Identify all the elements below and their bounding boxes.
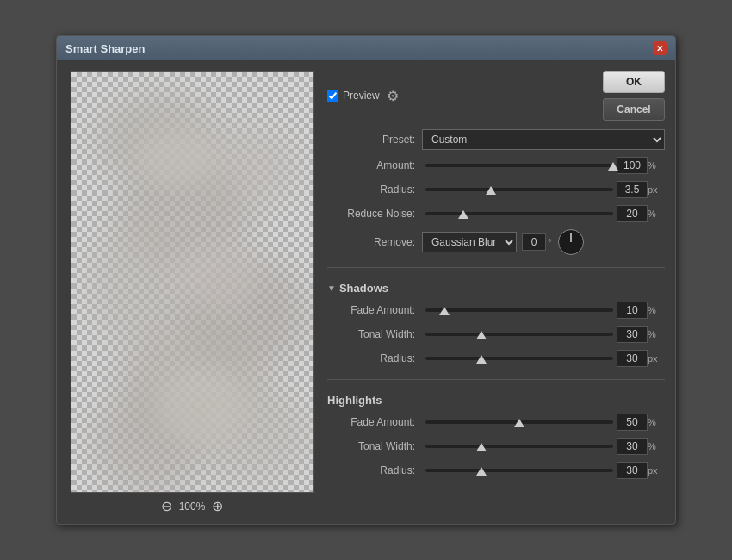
- zoom-bar: ⊖ 100% ⊕: [161, 500, 224, 513]
- shadows-radius-label: Radius:: [327, 352, 422, 364]
- highlights-radius-unit: px: [648, 465, 665, 476]
- highlights-radius-thumb[interactable]: [476, 467, 487, 476]
- shadows-tonal-thumb[interactable]: [476, 331, 487, 339]
- top-controls: Preview ⚙ OK Cancel: [327, 71, 665, 121]
- highlights-tonal-row: Tonal Width: %: [327, 438, 665, 455]
- svg-point-9: [175, 244, 261, 313]
- preview-row: Preview ⚙: [327, 88, 399, 104]
- shadows-arrow: ▼: [327, 283, 336, 293]
- highlights-radius-row: Radius: px: [327, 462, 665, 479]
- amount-slider[interactable]: [425, 164, 613, 167]
- shadows-radius-row: Radius: px: [327, 350, 665, 367]
- highlights-fade-slider[interactable]: [425, 420, 613, 424]
- reduce-noise-label: Reduce Noise:: [327, 208, 422, 220]
- preset-row: Preset: Custom Default Sharpen Edges: [327, 129, 665, 150]
- divider-2: [327, 379, 665, 380]
- highlights-tonal-label: Tonal Width:: [327, 440, 422, 452]
- smart-sharpen-dialog: Smart Sharpen ✕: [56, 35, 676, 525]
- zoom-in-button[interactable]: ⊕: [212, 500, 223, 513]
- shadows-fade-label: Fade Amount:: [327, 304, 422, 316]
- shadows-fade-thumb[interactable]: [439, 307, 450, 315]
- amount-value[interactable]: [617, 157, 648, 174]
- shadows-tonal-label: Tonal Width:: [327, 328, 422, 340]
- zoom-out-button[interactable]: ⊖: [161, 500, 172, 513]
- title-bar: Smart Sharpen ✕: [57, 36, 675, 60]
- close-button[interactable]: ✕: [653, 41, 667, 55]
- dialog-title: Smart Sharpen: [65, 42, 145, 55]
- reduce-noise-value[interactable]: [617, 205, 648, 222]
- degree-unit: °: [546, 237, 553, 247]
- controls-panel: Preview ⚙ OK Cancel Preset: Custom Defau…: [327, 71, 665, 513]
- preview-check: Preview: [327, 90, 380, 102]
- highlights-fade-label: Fade Amount:: [327, 416, 422, 428]
- remove-label: Remove:: [327, 236, 422, 248]
- highlights-fade-value[interactable]: [617, 414, 648, 431]
- highlights-radius-label: Radius:: [327, 464, 422, 476]
- preview-panel: ⊖ 100% ⊕: [67, 71, 317, 513]
- amount-label: Amount:: [327, 159, 422, 171]
- preview-checkbox[interactable]: [327, 90, 338, 102]
- shadows-radius-value[interactable]: [617, 350, 648, 367]
- radius-row: Radius: px: [327, 181, 665, 198]
- shadows-fade-slider[interactable]: [425, 308, 613, 312]
- highlights-radius-slider[interactable]: [425, 469, 613, 472]
- compass-line: [570, 233, 572, 242]
- degree-value[interactable]: [522, 233, 546, 251]
- remove-select[interactable]: Gaussian Blur Lens Blur Motion Blur: [422, 232, 517, 252]
- shadows-tonal-unit: %: [648, 329, 665, 339]
- preset-label: Preset:: [327, 134, 422, 146]
- reduce-noise-unit: %: [648, 208, 665, 219]
- highlights-tonal-slider[interactable]: [425, 445, 613, 448]
- radius-thumb[interactable]: [486, 186, 496, 195]
- reduce-noise-thumb[interactable]: [458, 210, 468, 219]
- shadows-fade-unit: %: [648, 305, 665, 315]
- reduce-noise-slider[interactable]: [425, 212, 613, 215]
- highlights-tonal-value[interactable]: [617, 438, 648, 455]
- preview-label: Preview: [343, 90, 380, 102]
- radius-value[interactable]: [617, 181, 648, 198]
- shadows-tonal-value[interactable]: [617, 326, 648, 343]
- shadows-title: Shadows: [339, 282, 388, 295]
- highlights-tonal-unit: %: [648, 441, 665, 451]
- shadows-section-header[interactable]: ▼ Shadows: [327, 282, 665, 295]
- shadows-fade-row: Fade Amount: %: [327, 302, 665, 319]
- shadows-tonal-row: Tonal Width: %: [327, 326, 665, 343]
- divider-1: [327, 267, 665, 268]
- remove-row: Remove: Gaussian Blur Lens Blur Motion B…: [327, 229, 665, 255]
- dialog-body: ⊖ 100% ⊕ Preview ⚙ OK Cancel: [57, 60, 675, 524]
- svg-point-8: [136, 128, 214, 188]
- gear-icon[interactable]: ⚙: [387, 88, 399, 104]
- zoom-level: 100%: [179, 501, 206, 513]
- amount-row: Amount: %: [327, 157, 665, 174]
- reduce-noise-row: Reduce Noise: %: [327, 205, 665, 222]
- preview-canvas: [71, 71, 314, 493]
- highlights-tonal-thumb[interactable]: [476, 443, 487, 451]
- radius-unit: px: [648, 184, 665, 195]
- amount-thumb[interactable]: [608, 162, 618, 171]
- shadows-fade-value[interactable]: [617, 302, 648, 319]
- highlights-fade-row: Fade Amount: %: [327, 414, 665, 431]
- cancel-button[interactable]: Cancel: [603, 98, 665, 121]
- compass-widget[interactable]: [558, 229, 584, 255]
- shadows-tonal-slider[interactable]: [425, 333, 613, 336]
- shadows-radius-slider[interactable]: [425, 357, 613, 360]
- preset-select[interactable]: Custom Default Sharpen Edges: [422, 129, 665, 150]
- highlights-section-header[interactable]: Highlights: [327, 394, 665, 407]
- shadows-radius-thumb[interactable]: [476, 355, 487, 364]
- highlights-fade-unit: %: [648, 417, 665, 427]
- svg-point-10: [153, 369, 248, 446]
- amount-unit: %: [648, 160, 665, 171]
- shadows-radius-unit: px: [648, 353, 665, 364]
- highlights-radius-value[interactable]: [617, 462, 648, 479]
- ok-cancel-buttons: OK Cancel: [603, 71, 665, 121]
- radius-slider[interactable]: [425, 188, 613, 191]
- highlights-fade-thumb[interactable]: [514, 419, 524, 427]
- highlights-title: Highlights: [327, 394, 382, 407]
- radius-label: Radius:: [327, 184, 422, 196]
- ok-button[interactable]: OK: [603, 71, 665, 93]
